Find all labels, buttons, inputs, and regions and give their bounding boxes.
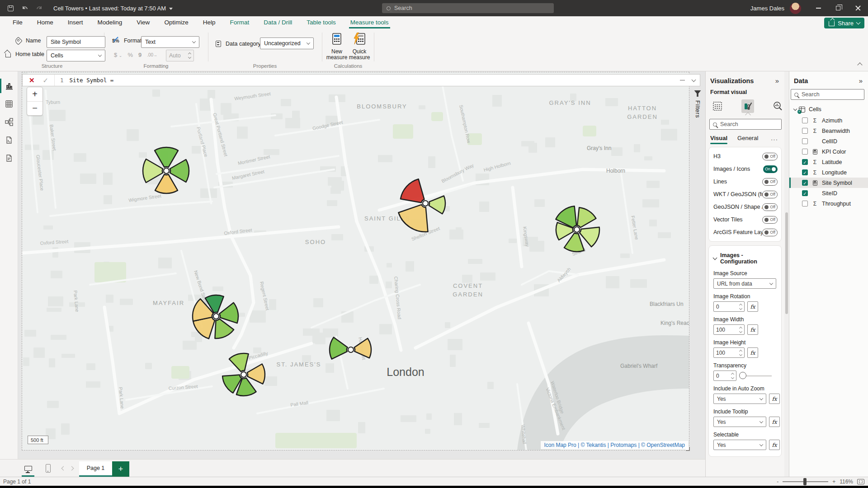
menu-tab-optimize[interactable]: Optimize [157, 16, 195, 29]
add-page-button[interactable]: + [112, 461, 129, 477]
menu-tab-format[interactable]: Format [222, 16, 256, 29]
zoom-out-button[interactable]: - [777, 479, 778, 485]
collapse-ribbon-icon[interactable] [857, 62, 862, 67]
format-dropdown[interactable]: Text [141, 36, 199, 48]
field-row-beamwidth[interactable]: ΣBeamwidth [789, 126, 868, 136]
menu-tab-help[interactable]: Help [196, 16, 223, 29]
checkbox-throughput[interactable] [802, 201, 808, 206]
fx-button-selectable[interactable]: fx [769, 440, 780, 450]
menu-tab-modeling[interactable]: Modeling [90, 16, 130, 29]
spinner-down-icon[interactable] [739, 329, 742, 333]
tab-general[interactable]: General [737, 135, 758, 144]
visual-resize-handle[interactable] [686, 447, 690, 451]
field-row-kpi-color[interactable]: KPI Color [789, 146, 868, 157]
checkbox-cellid[interactable] [802, 138, 808, 144]
data-search-input[interactable]: Search [791, 89, 864, 100]
toggle-h3[interactable]: Off [762, 153, 778, 160]
collapse-visualizations-icon[interactable]: » [775, 77, 779, 84]
spinner-up-icon[interactable] [739, 349, 742, 352]
menu-tab-table-tools[interactable]: Table tools [299, 16, 343, 29]
spinner-image-height[interactable]: 100 [713, 347, 745, 358]
map-attribution-links[interactable]: Icon Map Pro | © Tekantis | Protomaps | … [541, 441, 688, 449]
toggle-vector-tiles[interactable]: Off [762, 216, 778, 224]
expand-formula-bar-icon[interactable] [692, 77, 696, 82]
fx-button-image-width[interactable]: fx [747, 324, 758, 335]
menu-tab-data-drill[interactable]: Data / Drill [256, 16, 299, 29]
tmdl-view-button[interactable] [0, 149, 18, 167]
fx-button-include-in-auto-zoom[interactable]: fx [769, 394, 780, 404]
checkbox-beamwidth[interactable] [802, 128, 808, 134]
currency-format-icon[interactable]: $ ⌄ [114, 52, 122, 58]
decimal-auto-spinner[interactable]: Auto [166, 50, 194, 61]
checkbox-longitude[interactable]: ✓ [802, 169, 808, 175]
field-row-latitude[interactable]: ✓ΣLatitude [789, 157, 868, 167]
previous-page-button[interactable] [59, 462, 67, 474]
page-tab-page1[interactable]: Page 1 [79, 461, 112, 477]
field-row-cellid[interactable]: CellID [789, 136, 868, 146]
zoom-in-button[interactable]: + [832, 479, 835, 485]
format-visual-button[interactable] [741, 99, 755, 113]
dropdown-include-tooltip[interactable]: Yes [713, 417, 766, 427]
slider-knob[interactable] [739, 372, 746, 379]
field-row-site-symbol[interactable]: ✓Site Symbol [789, 178, 868, 188]
toggle-geojson-shape[interactable]: Off [762, 203, 778, 211]
images-configuration-header[interactable]: Images - Configuration [709, 249, 781, 266]
spinner-up-icon[interactable] [739, 326, 742, 329]
percent-format-icon[interactable]: % [127, 52, 133, 58]
collapse-data-pane-icon[interactable]: » [859, 77, 863, 84]
spinner-image-width[interactable]: 100 [713, 324, 745, 335]
menu-tab-insert[interactable]: Insert [61, 16, 90, 29]
next-page-button[interactable] [67, 462, 75, 474]
spinner-down-icon[interactable] [739, 306, 742, 310]
build-visual-button[interactable] [711, 99, 724, 113]
desktop-layout-button[interactable] [22, 462, 34, 474]
data-category-dropdown[interactable]: Uncategorized [260, 38, 314, 49]
toggle-images-icons[interactable]: On [763, 165, 778, 173]
home-table-dropdown[interactable]: Cells [47, 50, 105, 61]
fx-button-image-rotation[interactable]: fx [747, 301, 758, 312]
fx-button-image-height[interactable]: fx [747, 347, 758, 358]
avatar[interactable] [790, 3, 801, 14]
map-zoom-in-button[interactable]: + [27, 87, 42, 102]
cancel-formula-icon[interactable]: ✕ [29, 77, 35, 84]
toggle-lines[interactable]: Off [762, 178, 778, 186]
close-button[interactable] [848, 0, 868, 16]
dax-formula-bar[interactable]: ✕ ✓ 1 Site Symbol = [22, 74, 700, 86]
document-title[interactable]: Cell Towers • Last saved: Today at 7:50 … [53, 5, 173, 12]
fx-button-include-tooltip[interactable]: fx [769, 417, 780, 427]
menu-tab-home[interactable]: Home [30, 16, 61, 29]
quick-measure-button[interactable]: Quickmeasure [346, 33, 373, 61]
menu-tab-measure-tools[interactable]: Measure tools [343, 16, 396, 29]
expand-table-chevron-icon[interactable] [793, 107, 797, 111]
analytics-button[interactable] [771, 99, 784, 113]
thousands-separator-icon[interactable]: 9 [138, 52, 142, 58]
field-row-throughput[interactable]: ΣThroughput [789, 198, 868, 209]
dropdown-include-in-auto-zoom[interactable]: Yes [713, 394, 766, 404]
table-view-button[interactable] [0, 95, 18, 113]
checkbox-kpi-color[interactable] [802, 149, 808, 155]
commit-formula-icon[interactable]: ✓ [43, 77, 49, 84]
measure-name-input[interactable]: Site Symbol [47, 36, 105, 48]
toggle-wkt-geojson-fr[interactable]: Off [762, 191, 778, 198]
visualizations-scrollbar[interactable] [784, 71, 789, 477]
checkbox-latitude[interactable]: ✓ [802, 159, 808, 165]
icon-map-visual[interactable]: BLOOMSBURYGRAY'S INNHATTONGARDENSAINT GI… [22, 72, 689, 450]
toggle-arcgis-feature-layer[interactable]: Off [762, 229, 778, 236]
tab-visual[interactable]: Visual [710, 135, 727, 144]
table-cells-node[interactable]: ✓ Cells [789, 100, 868, 113]
mobile-layout-button[interactable] [42, 462, 54, 474]
spinner-transparency[interactable]: 0 [713, 371, 736, 381]
save-icon[interactable] [6, 4, 14, 12]
map-zoom-out-button[interactable]: − [27, 102, 42, 116]
spinner-down-icon[interactable] [739, 352, 742, 356]
checkbox-site-symbol[interactable]: ✓ [802, 180, 808, 186]
dax-query-view-button[interactable] [0, 131, 18, 149]
share-button[interactable]: Share [824, 18, 864, 28]
spinner-image-rotation[interactable]: 0 [713, 301, 745, 312]
zoom-slider-thumb[interactable] [803, 478, 807, 485]
more-options-icon[interactable]: ··· [771, 136, 778, 143]
restore-button[interactable] [828, 0, 848, 16]
report-view-button[interactable] [0, 77, 18, 95]
redo-icon[interactable] [35, 4, 43, 12]
slider-transparency[interactable] [739, 371, 772, 381]
